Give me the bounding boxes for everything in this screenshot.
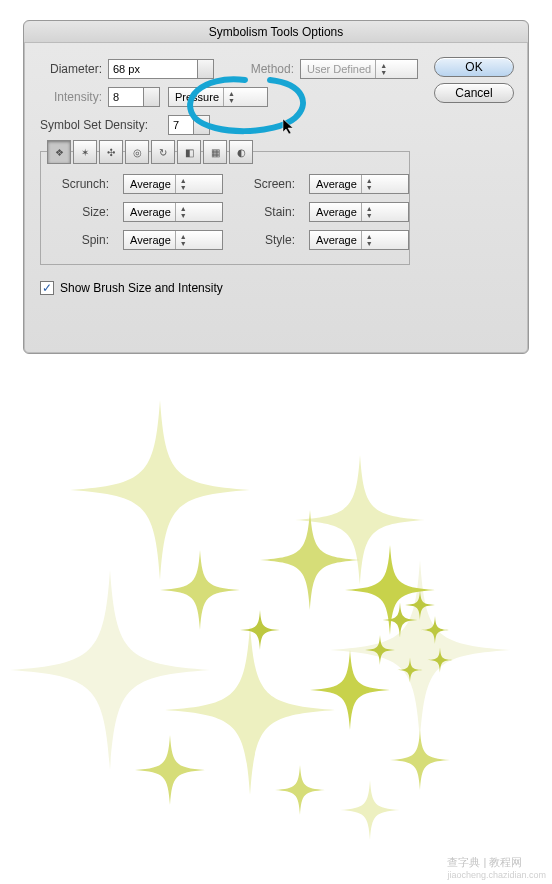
stainer-tool[interactable]: ◧ [177,140,201,164]
method-value: User Defined [307,63,371,75]
screener-tool[interactable]: ▦ [203,140,227,164]
scrunch-label: Scrunch: [55,177,109,191]
screen-label: Screen: [241,177,295,191]
watermark-main: 查字典 | 教程网 [447,856,522,868]
stepper-arrows-icon[interactable] [144,87,160,107]
cancel-button[interactable]: Cancel [434,83,514,103]
styler-tool[interactable]: ◐ [229,140,253,164]
size-dropdown[interactable]: Average▲▼ [123,202,223,222]
stain-dropdown[interactable]: Average▲▼ [309,202,409,222]
spin-dropdown[interactable]: Average▲▼ [123,230,223,250]
scrunch-dropdown[interactable]: Average▲▼ [123,174,223,194]
updown-icon: ▲▼ [361,231,377,249]
intensity-mode-dropdown[interactable]: Pressure ▲▼ [168,87,268,107]
intensity-label: Intensity: [40,90,102,104]
updown-icon: ▲▼ [223,88,239,106]
stain-label: Stain: [241,205,295,219]
scrunch-value: Average [130,178,171,190]
updown-icon: ▲▼ [175,203,191,221]
method-label: Method: [224,62,294,76]
spin-label: Spin: [55,233,109,247]
size-label: Size: [55,205,109,219]
dialog-title: Symbolism Tools Options [24,21,528,43]
density-label: Symbol Set Density: [40,118,162,132]
screen-value: Average [316,178,357,190]
style-dropdown[interactable]: Average▲▼ [309,230,409,250]
tool-settings-group: ❖✶✣◎↻◧▦◐ Scrunch: Average▲▼ Screen: Aver… [40,151,410,265]
style-label: Style: [241,233,295,247]
diameter-input[interactable] [108,59,198,79]
density-input[interactable] [168,115,194,135]
updown-icon: ▲▼ [175,175,191,193]
sizer-tool[interactable]: ◎ [125,140,149,164]
updown-icon: ▲▼ [375,60,391,78]
stepper-arrows-icon[interactable] [194,115,210,135]
screen-dropdown[interactable]: Average▲▼ [309,174,409,194]
stain-value: Average [316,206,357,218]
density-stepper[interactable] [168,115,210,135]
style-value: Average [316,234,357,246]
spinner-tool[interactable]: ↻ [151,140,175,164]
show-brush-checkbox[interactable]: ✓ [40,281,54,295]
size-value: Average [130,206,171,218]
intensity-input[interactable] [108,87,144,107]
watermark: 查字典 | 教程网 jiaocheng.chazidian.com [447,855,546,880]
diameter-label: Diameter: [40,62,102,76]
scruncher-tool[interactable]: ✣ [99,140,123,164]
sprayer-tool[interactable]: ❖ [47,140,71,164]
diameter-stepper[interactable] [108,59,214,79]
show-brush-label: Show Brush Size and Intensity [60,281,223,295]
intensity-mode-value: Pressure [175,91,219,103]
watermark-sub: jiaocheng.chazidian.com [447,870,546,880]
updown-icon: ▲▼ [361,175,377,193]
sparkle-artwork [0,370,552,870]
intensity-stepper[interactable] [108,87,160,107]
symbolism-tools-dialog: Symbolism Tools Options OK Cancel Diamet… [23,20,529,354]
stepper-arrows-icon[interactable] [198,59,214,79]
spin-value: Average [130,234,171,246]
method-dropdown[interactable]: User Defined ▲▼ [300,59,418,79]
ok-button[interactable]: OK [434,57,514,77]
updown-icon: ▲▼ [175,231,191,249]
shifter-tool[interactable]: ✶ [73,140,97,164]
updown-icon: ▲▼ [361,203,377,221]
